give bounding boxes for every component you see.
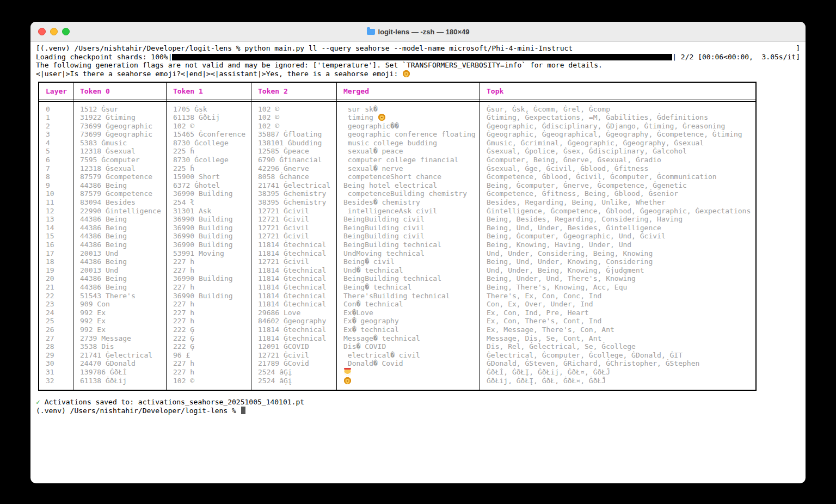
cell-topk: Ġtiming, Ġexpectations, =M, Ġabilities, … bbox=[480, 113, 755, 122]
cell-token2: 21741 Ġelectrical bbox=[251, 181, 337, 190]
close-button[interactable] bbox=[38, 28, 46, 35]
cell-token2: 12721 Ġcivil bbox=[251, 257, 337, 266]
cell-token1: 31301 Ask bbox=[167, 207, 251, 216]
header-merged: Merged bbox=[337, 83, 480, 102]
cell-layer: 3 bbox=[39, 130, 73, 139]
cell-token2: 84602 Ġgeography bbox=[251, 317, 337, 325]
cell-token0: 139786 ĠðŁİ bbox=[73, 368, 167, 377]
cell-token0: 44386 Being bbox=[73, 232, 167, 241]
cell-merged bbox=[337, 368, 480, 377]
cell-topk: Und, Under, Being, Knowing, Ġjudgment bbox=[480, 266, 755, 275]
zoom-button[interactable] bbox=[62, 28, 70, 35]
cell-token1: 15900 Short bbox=[167, 173, 251, 181]
cell-token2: 11814 Ġtechnical bbox=[251, 266, 337, 275]
cell-topk: Ġcompetence, Ġblood, Ġcivil, Ġcomputer, … bbox=[480, 173, 755, 181]
header-layer: Layer bbox=[39, 83, 73, 102]
table-row: 1844386 Being227 h12721 ĠcivilBeing� civ… bbox=[39, 257, 755, 266]
table-row: 45383 Ġmusic8730 Ġcollege138101 Ġbudding… bbox=[39, 139, 755, 147]
cell-topk: Ġintelligence, Ġcompetence, Ġblood, Ġgeo… bbox=[480, 207, 755, 216]
cell-token1: 36990 Building bbox=[167, 189, 251, 198]
header-token1: Token 1 bbox=[167, 83, 251, 102]
table-row: 31139786 ĠðŁİ227 h2524 âĢįĠðŁİ, ĠðŁĮ, Ġð… bbox=[39, 368, 755, 377]
cell-token2: 2524 âĢį bbox=[251, 377, 337, 390]
table-row: 1644386 Being36990 Building11814 Ġtechni… bbox=[39, 241, 755, 249]
cell-token1: 254 ł bbox=[167, 198, 251, 207]
cell-token2: 11814 Ġtechnical bbox=[251, 283, 337, 292]
cell-token1: 225 ĥ bbox=[167, 164, 251, 173]
cell-layer: 10 bbox=[39, 189, 73, 198]
cell-token0: 992 Ex bbox=[73, 317, 167, 325]
cell-token1: 36990 Building bbox=[167, 241, 251, 249]
progress-line: Loading checkpoint shards: 100%|| 2/2 [0… bbox=[36, 53, 800, 62]
table-row: 272739 Message222 Ģ11814 ĠtechnicalMessa… bbox=[39, 334, 755, 343]
logit-lens-table: Layer Token 0 Token 1 Token 2 Merged Top… bbox=[38, 82, 757, 391]
cell-merged: sexual� nerve bbox=[337, 164, 480, 173]
cell-merged: BeingBuilding technical bbox=[337, 274, 480, 283]
cell-token1: 227 h bbox=[167, 283, 251, 292]
table-row: 2921741 Ġelectrical96 £12721 Ġcivil elec… bbox=[39, 351, 755, 360]
cell-token1: 8730 Ġcollege bbox=[167, 156, 251, 164]
cell-token2: 102 © bbox=[251, 102, 337, 114]
cell-merged: music college budding bbox=[337, 139, 480, 147]
progress-prefix: Loading checkpoint shards: 100%| bbox=[36, 53, 172, 62]
cell-layer: 23 bbox=[39, 300, 73, 309]
cell-token1: 222 Ģ bbox=[167, 325, 251, 334]
minimize-button[interactable] bbox=[50, 28, 58, 35]
cell-token2: 21789 ĠCovid bbox=[251, 359, 337, 368]
cell-token0: 44386 Being bbox=[73, 241, 167, 249]
terminal-window: logit-lens — -zsh — 180×49 [(.venv) /Use… bbox=[30, 22, 806, 483]
header-topk: Topk bbox=[480, 83, 755, 102]
cell-token2: 102 © bbox=[251, 122, 337, 131]
cell-layer: 2 bbox=[39, 122, 73, 131]
titlebar[interactable]: logit-lens — -zsh — 180×49 bbox=[30, 22, 806, 42]
terminal-cursor[interactable] bbox=[241, 407, 245, 414]
table-row: 3024470 ĠDonald227 h21789 ĠCovid Donald�… bbox=[39, 359, 755, 368]
cell-token0: 44386 Being bbox=[73, 181, 167, 190]
cell-merged: BeingBuilding civil bbox=[337, 215, 480, 224]
cell-token1: 225 ĥ bbox=[167, 147, 251, 156]
cell-topk: Ġcompetence, Ġfitness, Being, Ġblood, Ġs… bbox=[480, 189, 755, 198]
cell-token0: 44386 Being bbox=[73, 215, 167, 224]
cell-layer: 4 bbox=[39, 139, 73, 147]
woman-emoji bbox=[344, 377, 351, 384]
cell-token1: 227 h bbox=[167, 266, 251, 275]
cell-token2: 2524 âĢį bbox=[251, 368, 337, 377]
cell-layer: 29 bbox=[39, 351, 73, 360]
cell-layer: 9 bbox=[39, 181, 73, 190]
cell-merged: Besides� chemistry bbox=[337, 198, 480, 207]
cell-layer: 1 bbox=[39, 113, 73, 122]
terminal-content[interactable]: [(.venv) /Users/nishtahir/Developer/logi… bbox=[30, 42, 806, 415]
cell-layer: 20 bbox=[39, 274, 73, 283]
table-row: 01512 Ġsur1705 Ġsk102 © sur sk�Ġsur, Ġsk… bbox=[39, 102, 755, 114]
cell-layer: 19 bbox=[39, 266, 73, 275]
cell-token2: 138101 Ġbudding bbox=[251, 139, 337, 147]
cell-token2: 11814 Ġtechnical bbox=[251, 249, 337, 258]
cell-merged: electrical� civil bbox=[337, 351, 480, 360]
cell-token2: 11814 Ġtechnical bbox=[251, 334, 337, 343]
cell-token1: 1705 Ġsk bbox=[167, 102, 251, 114]
cell-token0: 87579 Ġcompetence bbox=[73, 173, 167, 181]
cell-topk: Ġgeographic, Ġdisciplinary, ĠDjango, Ġti… bbox=[480, 122, 755, 131]
cell-topk: Being, There's, Knowing, Acc, Equ bbox=[480, 283, 755, 292]
cell-layer: 7 bbox=[39, 164, 73, 173]
table-row: 1544386 Being36990 Building12721 ĠcivilB… bbox=[39, 232, 755, 241]
cell-token2: 38395 Ġchemistry bbox=[251, 198, 337, 207]
cell-layer: 28 bbox=[39, 342, 73, 351]
cell-merged: Ex�Love bbox=[337, 309, 480, 317]
command-line: [(.venv) /Users/nishtahir/Developer/logi… bbox=[36, 44, 800, 53]
cell-layer: 24 bbox=[39, 309, 73, 317]
table-row: 273699 Ġgeographic102 ©102 © geographic�… bbox=[39, 122, 755, 131]
cell-token0: 20013 Und bbox=[73, 249, 167, 258]
table-row: 373699 Ġgeographic15465 Ġconference35887… bbox=[39, 130, 755, 139]
cell-token1: 102 © bbox=[167, 377, 251, 390]
table-row: 23909 Con227 h11814 ĠtechnicalCon� techn… bbox=[39, 300, 755, 309]
window-title: logit-lens — -zsh — 180×49 bbox=[378, 28, 470, 36]
cell-layer: 6 bbox=[39, 156, 73, 164]
cell-layer: 13 bbox=[39, 215, 73, 224]
cell-token0: 1512 Ġsur bbox=[73, 102, 167, 114]
cell-token2: 12721 Ġcivil bbox=[251, 232, 337, 241]
table-row: 1344386 Being36990 Building12721 ĠcivilB… bbox=[39, 215, 755, 224]
cell-topk: Message, Dis, Se, Cont, Ant bbox=[480, 334, 755, 343]
cell-token2: 12721 Ġcivil bbox=[251, 351, 337, 360]
cell-topk: Ġmusic, Ġcriminal, Ġgeographic, Ġgeograp… bbox=[480, 139, 755, 147]
